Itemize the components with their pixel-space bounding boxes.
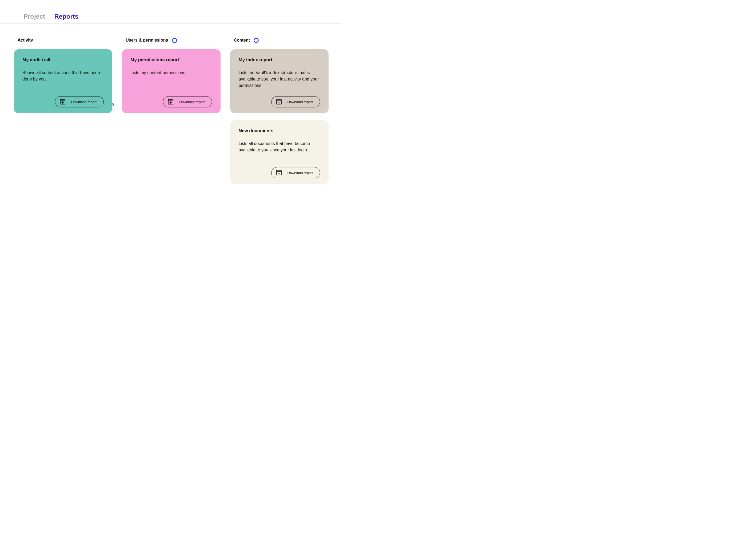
radio-icon[interactable]: [172, 38, 177, 43]
selection-handle-icon: [112, 103, 114, 106]
download-icon: [276, 99, 282, 105]
download-new-documents-button[interactable]: Download report: [271, 167, 320, 178]
download-audit-trail-button[interactable]: Download report: [55, 96, 104, 107]
card-title: New documents: [239, 128, 320, 134]
tab-bar: Project Reports: [0, 0, 341, 24]
chevron-right-icon: ›: [116, 92, 117, 96]
card-desc: Lists all documents that have become ava…: [239, 140, 320, 161]
card-title: My index report: [239, 57, 320, 63]
card-desc: Lists the Vault's index structure that i…: [239, 70, 320, 90]
tab-project[interactable]: Project: [23, 13, 45, 20]
tab-reports[interactable]: Reports: [54, 13, 78, 20]
card-my-index-report: My index report Lists the Vault's index …: [230, 49, 329, 113]
column-activity: Activity My audit trail Shows all conten…: [14, 37, 112, 113]
download-permissions-button[interactable]: Download report: [163, 96, 212, 107]
download-icon: [276, 169, 282, 176]
download-label: Download report: [287, 171, 313, 175]
column-title-content: Content: [234, 38, 250, 43]
card-my-audit-trail: My audit trail Shows all content actions…: [14, 49, 112, 113]
download-label: Download report: [71, 100, 97, 104]
column-users-permissions: Users & permissions My permissions repor…: [122, 37, 220, 113]
download-label: Download report: [179, 100, 205, 104]
download-icon: [59, 99, 66, 105]
download-icon: [168, 99, 174, 105]
card-desc: Lists my content permissions.: [130, 70, 212, 90]
download-index-button[interactable]: Download report: [271, 96, 320, 107]
column-content: Content My index report Lists the Vault'…: [230, 37, 329, 184]
column-title-activity: Activity: [18, 38, 33, 43]
card-new-documents: New documents Lists all documents that h…: [230, 120, 329, 184]
card-desc: Shows all content actions that have been…: [22, 70, 104, 90]
radio-icon[interactable]: [254, 38, 259, 43]
column-title-users: Users & permissions: [126, 38, 168, 43]
card-my-permissions-report: My permissions report Lists my content p…: [122, 49, 220, 113]
download-label: Download report: [287, 100, 313, 104]
card-title: My permissions report: [130, 57, 212, 63]
card-title: My audit trail: [22, 57, 104, 63]
